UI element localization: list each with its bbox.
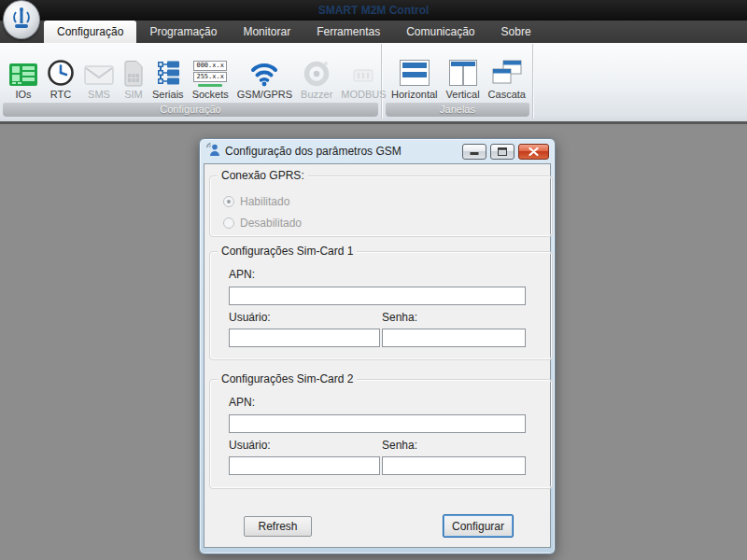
- serial-tree-icon: [154, 55, 182, 87]
- maximize-button[interactable]: [490, 144, 514, 160]
- ribbon-item-label: IOs: [15, 89, 31, 100]
- refresh-button[interactable]: Refresh: [244, 516, 312, 537]
- ribbon-item-sms[interactable]: SMS: [79, 47, 119, 102]
- app-menu-orb[interactable]: [3, 0, 40, 39]
- gprs-group-label: Conexão GPRS:: [218, 169, 308, 183]
- ribbon-item-horizontal[interactable]: Horizontal: [388, 47, 442, 102]
- tab-comunicacao[interactable]: Comunicação: [393, 21, 487, 43]
- simcard1-group: Configurações Sim-Card 1 APN: Usuário: S…: [209, 251, 553, 360]
- split-horizontal-icon: [399, 55, 430, 87]
- ribbon-group-janelas: Horizontal Vertical: [383, 44, 533, 119]
- close-icon: [529, 147, 539, 156]
- simcard2-group: Configurações Sim-Card 2 APN: Usuário: S…: [209, 379, 553, 489]
- ribbon-item-label: Horizontal: [391, 89, 438, 100]
- dialog-gsm-icon: [205, 142, 220, 161]
- simcard1-group-label: Configurações Sim-Card 1: [218, 245, 357, 259]
- ribbon-item-label: SIM: [124, 89, 143, 100]
- radio-desabilitado-label: Desabilitado: [240, 217, 302, 230]
- ribbon-group-configuracao: IOs RTC S: [0, 44, 382, 119]
- ribbon-item-label: SMS: [88, 89, 110, 100]
- ribbon-item-label: RTC: [50, 89, 71, 100]
- sim1-password-label: Senha:: [382, 311, 417, 324]
- sim2-password-input[interactable]: [382, 456, 526, 475]
- sim-card-icon: [123, 55, 144, 87]
- antenna-icon: [9, 6, 34, 34]
- tab-ferramentas[interactable]: Ferramentas: [303, 21, 393, 43]
- sim2-apn-input[interactable]: [229, 414, 526, 433]
- gsm-parameters-dialog: Configuração dos parâmetros GSM Conexão …: [199, 138, 556, 554]
- envelope-icon: [83, 55, 115, 87]
- sim1-apn-input[interactable]: [229, 287, 526, 305]
- cascade-windows-icon: [491, 55, 523, 87]
- buzzer-icon: [303, 55, 331, 87]
- app-titlebar: SMART M2M Control: [0, 0, 747, 21]
- sim2-user-label: Usuário:: [229, 439, 271, 452]
- ribbon-item-label: GSM/GPRS: [237, 89, 292, 100]
- ribbon-item-ios[interactable]: IOs: [5, 47, 42, 102]
- sockets-icon: 000.x.x 255.x.x: [193, 55, 227, 87]
- dialog-title: Configuração dos parâmetros GSM: [225, 145, 458, 158]
- ribbon-item-buzzer[interactable]: Buzzer: [297, 47, 336, 102]
- ribbon-group-label-configuracao: Configuração: [3, 103, 378, 117]
- ribbon-item-vertical[interactable]: Vertical: [443, 47, 484, 102]
- ribbon-item-label: Vertical: [446, 89, 480, 100]
- ribbon-item-label: Buzzer: [301, 89, 332, 100]
- sim2-apn-label: APN:: [229, 396, 255, 409]
- ribbon-item-seriais[interactable]: Seriais: [148, 47, 188, 102]
- tab-sobre[interactable]: Sobre: [488, 21, 544, 43]
- sockets-icon-base: [198, 84, 222, 87]
- wifi-icon: [247, 55, 281, 87]
- sim1-user-label: Usuário:: [229, 311, 271, 324]
- ribbon-group-label-janelas: Janelas: [386, 103, 529, 117]
- app-title: SMART M2M Control: [318, 4, 430, 17]
- ribbon-item-cascata[interactable]: Cascata: [485, 47, 529, 102]
- configure-button[interactable]: Configurar: [443, 514, 514, 538]
- sockets-icon-text-bottom: 255.x.x: [193, 72, 227, 82]
- radio-habilitado-label: Habilitado: [240, 195, 289, 208]
- sockets-icon-text-top: 000.x.x: [193, 61, 227, 71]
- ribbon-item-label: MODBUS: [341, 89, 386, 100]
- split-vertical-icon: [448, 55, 478, 87]
- tab-monitorar[interactable]: Monitorar: [230, 21, 303, 43]
- modbus-icon: [350, 55, 376, 87]
- minimize-button[interactable]: [462, 144, 486, 160]
- ribbon-item-label: Seriais: [152, 89, 184, 100]
- gprs-connection-group: Conexão GPRS: Habilitado Desabilitado: [209, 175, 553, 237]
- close-button[interactable]: [518, 144, 549, 160]
- tab-configuracao[interactable]: Configuração: [44, 21, 136, 43]
- dialog-body: Conexão GPRS: Habilitado Desabilitado Co…: [204, 163, 551, 548]
- ribbon-item-sim[interactable]: SIM: [120, 47, 148, 102]
- simcard2-group-label: Configurações Sim-Card 2: [218, 372, 357, 386]
- sim1-password-input[interactable]: [382, 329, 526, 347]
- minimize-icon: [470, 147, 479, 156]
- ribbon-item-sockets[interactable]: 000.x.x 255.x.x Sockets: [189, 47, 233, 102]
- radio-unselected-icon: [223, 217, 234, 229]
- sim1-user-input[interactable]: [229, 329, 380, 347]
- ribbon-item-rtc[interactable]: RTC: [43, 47, 78, 102]
- ribbon-item-label: Sockets: [192, 89, 229, 100]
- sim1-apn-label: APN:: [229, 268, 255, 281]
- maximize-icon: [498, 147, 507, 156]
- ribbon-tab-bar: Configuração Programação Monitorar Ferra…: [0, 21, 747, 43]
- clock-icon: [47, 55, 75, 87]
- dialog-window-controls: [462, 144, 549, 160]
- radio-desabilitado[interactable]: Desabilitado: [223, 217, 302, 230]
- radio-selected-icon: [223, 196, 234, 207]
- io-board-icon: [8, 55, 38, 87]
- sim2-user-input[interactable]: [229, 456, 380, 475]
- radio-habilitado[interactable]: Habilitado: [223, 195, 289, 208]
- sim2-password-label: Senha:: [382, 439, 417, 452]
- dialog-titlebar[interactable]: Configuração dos parâmetros GSM: [204, 139, 551, 163]
- ribbon: IOs RTC S: [0, 43, 747, 124]
- tab-programacao[interactable]: Programação: [136, 21, 230, 43]
- ribbon-item-label: Cascata: [488, 89, 526, 100]
- ribbon-item-gsm-gprs[interactable]: GSM/GPRS: [233, 47, 296, 102]
